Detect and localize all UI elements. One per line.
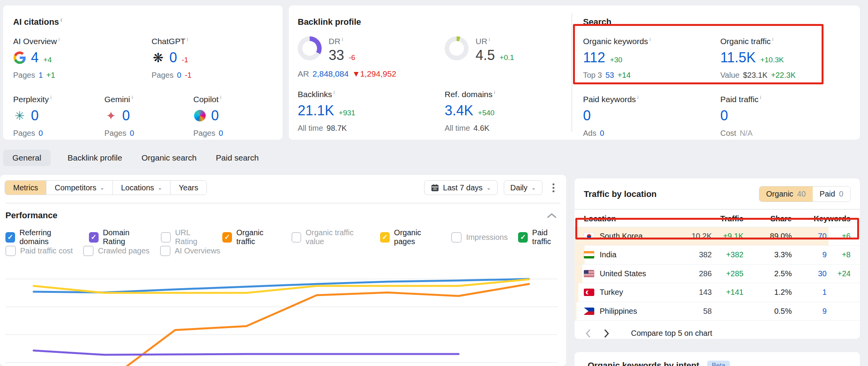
- metric-label: Ref. domainsi: [445, 89, 568, 99]
- tab-paid-search[interactable]: Paid search: [213, 150, 261, 166]
- checkbox: ✓: [89, 232, 99, 243]
- text: Ref. domains: [445, 90, 493, 99]
- segment-label: Locations: [121, 183, 154, 192]
- metric-value: 4: [31, 50, 39, 65]
- location-cell: Turkey: [584, 288, 672, 297]
- info-icon[interactable]: i: [638, 94, 639, 100]
- keywords-delta: +6: [830, 232, 851, 241]
- text: Perplexity: [13, 95, 49, 104]
- text: AR: [298, 69, 309, 79]
- keywords-delta: +24: [830, 269, 851, 278]
- metric-checkbox-impressions[interactable]: Impressions: [451, 232, 508, 243]
- segment-label: Years: [179, 183, 198, 192]
- text: +14: [617, 71, 631, 80]
- info-icon[interactable]: i: [494, 89, 495, 95]
- text: +1: [46, 71, 55, 80]
- keywords-value[interactable]: 30: [792, 269, 827, 278]
- granularity-label: Daily: [510, 183, 527, 192]
- metric-checkbox-organic-pages[interactable]: ✓Organic pages: [380, 228, 441, 246]
- info-icon[interactable]: i: [342, 36, 343, 42]
- segment-competitors[interactable]: Competitors⌄: [46, 181, 113, 195]
- tab-organic-search[interactable]: Organic search: [139, 150, 199, 166]
- controls-row: MetricsCompetitors⌄Locations⌄Years Last …: [5, 180, 558, 195]
- tab-backlink-profile[interactable]: Backlink profile: [65, 150, 124, 166]
- column-header-share: Share: [744, 214, 792, 223]
- tr-flag-icon: [584, 289, 594, 296]
- sub-stats: Pages0: [13, 129, 104, 138]
- info-icon[interactable]: i: [132, 94, 133, 100]
- traffic-by-location-title: Traffic by location: [584, 189, 657, 199]
- info-icon[interactable]: i: [334, 89, 335, 95]
- date-range-button[interactable]: Last 7 days ⌄: [424, 180, 498, 195]
- table-row-turkey[interactable]: Turkey143+1411.2%1: [575, 283, 860, 302]
- metric-checkbox-url-rating[interactable]: URL Rating: [161, 228, 212, 246]
- metric-checkbox-ai-overviews[interactable]: AI Overviews: [160, 246, 220, 256]
- metric-delta: +931: [339, 109, 355, 117]
- info-icon[interactable]: i: [760, 94, 761, 100]
- traffic-cell: 10.2K+9.1K: [672, 232, 744, 241]
- sub-stats: Pages0: [104, 129, 193, 138]
- metric-checkbox-referring-domains[interactable]: ✓Referring domains: [5, 228, 78, 246]
- metric-label: Paid traffici: [720, 94, 850, 104]
- metric-label: AI Overviewi: [13, 36, 152, 46]
- page-next-chevron-icon[interactable]: [602, 328, 611, 339]
- metric-checkbox-organic-traffic-value[interactable]: Organic traffic value: [292, 228, 370, 246]
- ai-citations-row-2: Perplexityi✳0Pages0Geminii✦0Pages0Copilo…: [13, 94, 273, 141]
- text: ChatGPT: [152, 37, 186, 46]
- segment-locations[interactable]: Locations⌄: [113, 181, 170, 195]
- info-icon[interactable]: i: [489, 36, 490, 42]
- checkbox-label: Referring domains: [19, 228, 78, 246]
- location-cell: United States: [584, 269, 672, 278]
- toggle-organic[interactable]: Organic40: [759, 186, 813, 202]
- ai-citations-title: AI citationsi: [13, 17, 273, 27]
- traffic-delta: +285: [716, 269, 744, 278]
- text: 0: [219, 129, 223, 138]
- table-row-philippines[interactable]: Philippines580.5%9: [575, 302, 860, 321]
- checkbox: ✓: [5, 232, 15, 243]
- more-options-kebab-icon[interactable]: [549, 181, 558, 195]
- collapse-chevron-up-icon[interactable]: [547, 213, 557, 218]
- metric-label: ChatGPTi: [152, 36, 273, 46]
- tab-general[interactable]: General: [3, 150, 51, 166]
- chevron-down-icon: ⌄: [486, 185, 491, 191]
- metric-checkbox-paid-traffic-cost[interactable]: Paid traffic cost: [5, 246, 73, 256]
- text: Organic keywords: [583, 37, 648, 46]
- keywords-value[interactable]: 9: [792, 250, 827, 259]
- metric-checkbox-domain-rating[interactable]: ✓Domain Rating: [89, 228, 151, 246]
- text: Backlinks: [298, 90, 332, 99]
- keywords-value[interactable]: 9: [792, 307, 827, 316]
- column-header-location: Location: [584, 214, 672, 223]
- page-prev-chevron-icon[interactable]: [584, 328, 592, 339]
- toggle-paid[interactable]: Paid0: [813, 186, 850, 202]
- segment-years[interactable]: Years: [170, 181, 206, 195]
- info-icon[interactable]: i: [220, 94, 221, 100]
- segment-metrics[interactable]: Metrics: [5, 181, 46, 195]
- metric-checkbox-paid-traffic[interactable]: ✓Paid traffic: [518, 228, 566, 246]
- granularity-button[interactable]: Daily ⌄: [504, 180, 542, 195]
- chevron-down-icon: ⌄: [158, 185, 162, 191]
- calendar-icon: [431, 183, 439, 192]
- keywords-value[interactable]: 70: [792, 232, 827, 241]
- performance-line-chart[interactable]: [0, 255, 566, 366]
- text: Pages: [13, 129, 35, 138]
- ratings-row: DRi33-6URi4.5+0.1: [298, 36, 568, 63]
- table-row-united-states[interactable]: United States286+2852.5%30+24: [575, 264, 860, 283]
- metric-checkbox-organic-traffic[interactable]: ✓Organic traffic: [222, 228, 281, 246]
- backlinks-row: Backlinksi21.1K+931All time98.7KRef. dom…: [298, 89, 568, 136]
- checkbox-label: Organic traffic: [236, 228, 281, 246]
- info-icon[interactable]: i: [61, 17, 62, 23]
- info-icon[interactable]: i: [50, 94, 51, 100]
- search-section: Search Organic keywordsi112+30Top 353+14…: [583, 17, 850, 141]
- info-icon[interactable]: i: [187, 36, 188, 42]
- table-row-india[interactable]: India382+3823.3%9+8: [575, 245, 860, 264]
- keywords-value[interactable]: 1: [792, 288, 827, 297]
- metric-checkbox-crawled-pages[interactable]: Crawled pages: [83, 246, 149, 256]
- info-icon[interactable]: i: [650, 36, 651, 42]
- text: 0: [39, 129, 43, 138]
- table-row-south-korea[interactable]: South Korea10.2K+9.1K89.0%70+6: [575, 227, 860, 246]
- info-icon[interactable]: i: [58, 36, 60, 42]
- info-icon[interactable]: i: [772, 36, 773, 42]
- rating-ur: URi4.5+0.1: [445, 36, 568, 63]
- keywords-cell: 30+24: [792, 269, 851, 278]
- compare-top5-link[interactable]: Compare top 5 on chart: [631, 329, 712, 338]
